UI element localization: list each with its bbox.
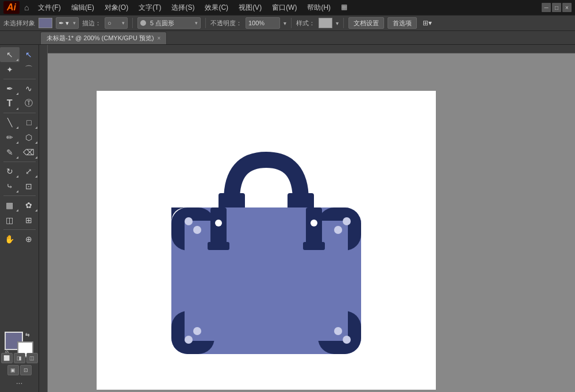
- swap-colors-icon[interactable]: ⇆: [25, 332, 33, 340]
- style-swatch[interactable]: [319, 18, 332, 28]
- menu-select[interactable]: 选择(S): [167, 2, 199, 14]
- line-subtool-indicator: [16, 126, 18, 129]
- brush-dropdown[interactable]: ✒ ▾: [56, 17, 79, 29]
- brush-size-label: 5 点圆形: [150, 19, 174, 28]
- warp-icon: ⤷: [6, 182, 13, 191]
- tool-row-7: ✎ ⌫: [0, 145, 39, 160]
- home-icon[interactable]: ⌂: [24, 3, 29, 12]
- tool-row-10: ▦ ✿: [0, 198, 39, 213]
- pen-tool[interactable]: ✒: [0, 81, 20, 96]
- left-toolbar: ↖ ↖ ✦ ⌒ ✒ ∿ T: [0, 45, 39, 392]
- zoom-tool[interactable]: ⊕: [20, 232, 39, 247]
- canvas-area[interactable]: [39, 45, 575, 392]
- mesh-tool[interactable]: ⊞: [20, 213, 39, 228]
- stroke-dropdown[interactable]: ○: [105, 17, 128, 29]
- svg-point-19: [193, 327, 201, 335]
- shaper-icon: ⬡: [25, 133, 32, 142]
- rotate-icon: ↻: [6, 167, 13, 176]
- shaper-tool[interactable]: ⬡: [20, 130, 39, 145]
- doc-setup-button[interactable]: 文档设置: [348, 17, 384, 29]
- menu-text[interactable]: 文字(T): [134, 2, 166, 14]
- direct-selection-tool[interactable]: ↖: [20, 47, 39, 62]
- mesh-icon: ⊞: [25, 216, 32, 225]
- pencil-tool[interactable]: ✎: [0, 145, 20, 160]
- symbol-subtool-indicator: [35, 209, 37, 212]
- opacity-input[interactable]: [246, 17, 280, 29]
- luggage-svg: [99, 102, 433, 378]
- separator3: [291, 18, 292, 28]
- app-logo: Ai: [3, 1, 20, 14]
- opacity-arrow: ▾: [283, 20, 286, 26]
- brush-size-dropdown[interactable]: 5 点圆形: [137, 17, 201, 29]
- type-tool[interactable]: T: [0, 96, 20, 111]
- document-tab[interactable]: 未标题-1* @ 200% (CMYK/GPU 预览) ×: [40, 32, 167, 44]
- eraser-tool[interactable]: ⌫: [20, 145, 39, 160]
- line-tool[interactable]: ╲: [0, 115, 20, 130]
- menu-view[interactable]: 视图(V): [234, 2, 266, 14]
- paintbrush-icon: ✏: [6, 133, 13, 142]
- free-transform-tool[interactable]: ⊡: [20, 179, 39, 194]
- touch-type-tool[interactable]: Ⓣ: [20, 96, 39, 111]
- gradient-tool[interactable]: ◫: [0, 213, 20, 228]
- graph-icon: ▦: [6, 201, 13, 210]
- window-controls: ─ □ ×: [542, 3, 572, 12]
- tools-extra: ⬜ ◨ ◫ ▣ ⊡ ···: [1, 353, 38, 387]
- tab-bar: 未标题-1* @ 200% (CMYK/GPU 预览) ×: [0, 31, 575, 45]
- curvature-tool[interactable]: ∿: [20, 81, 39, 96]
- tool-row-4: T Ⓣ: [0, 96, 39, 111]
- eraser-icon: ⌫: [23, 148, 34, 157]
- separator1: [132, 18, 133, 28]
- warp-tool[interactable]: ⤷: [0, 179, 20, 194]
- scale-tool[interactable]: ⤢: [20, 164, 39, 179]
- tab-close-button[interactable]: ×: [158, 35, 161, 41]
- stroke-none-icon[interactable]: ⬜: [1, 353, 13, 363]
- curvature-icon: ∿: [25, 84, 32, 93]
- minimize-button[interactable]: ─: [542, 3, 551, 12]
- ruler-vertical: [39, 45, 48, 392]
- menu-effect[interactable]: 效果(C): [200, 2, 233, 14]
- fill-color-swatch[interactable]: [39, 18, 52, 28]
- artboard-icon[interactable]: ▣: [7, 365, 19, 375]
- menu-help[interactable]: 帮助(H): [302, 2, 335, 14]
- graph-tool[interactable]: ▦: [0, 198, 20, 213]
- screen-mode-icon[interactable]: ⊡: [20, 365, 32, 375]
- symbol-sprayer-tool[interactable]: ✿: [20, 198, 39, 213]
- rotate-subtool-indicator: [16, 175, 18, 178]
- gradient-extra-icon[interactable]: ◨: [14, 353, 25, 363]
- selection-tool[interactable]: ↖: [0, 47, 20, 62]
- rectangle-tool[interactable]: □: [20, 115, 39, 130]
- grid-icon[interactable]: ▦: [336, 2, 352, 14]
- hand-tool[interactable]: ✋: [0, 232, 20, 247]
- svg-rect-12: [208, 242, 229, 250]
- tool-row-6: ✏ ⬡: [0, 130, 39, 145]
- shaper-subtool-indicator: [35, 141, 37, 144]
- lasso-tool[interactable]: ⌒: [20, 62, 39, 77]
- rotate-tool[interactable]: ↻: [0, 164, 20, 179]
- zoom-icon: ⊕: [25, 235, 32, 244]
- menu-window[interactable]: 窗口(W): [267, 2, 301, 14]
- arrange-icon[interactable]: ⊞▾: [423, 19, 432, 27]
- svg-point-20: [185, 336, 193, 344]
- maximize-button[interactable]: □: [552, 3, 561, 12]
- menu-object[interactable]: 对象(O): [100, 2, 133, 14]
- extra-row-2: ▣ ⊡: [7, 365, 32, 375]
- magic-wand-tool[interactable]: ✦: [0, 62, 20, 77]
- tool-row-1: ↖ ↖: [0, 47, 39, 62]
- luggage-illustration: [97, 91, 436, 390]
- style-arrow: ▾: [336, 20, 339, 26]
- pattern-icon[interactable]: ◫: [26, 353, 38, 363]
- svg-point-23: [215, 220, 222, 226]
- svg-rect-14: [303, 242, 325, 250]
- paintbrush-tool[interactable]: ✏: [0, 130, 20, 145]
- tool-row-11: ◫ ⊞: [0, 213, 39, 228]
- title-bar: Ai ⌂ 文件(F) 编辑(E) 对象(O) 文字(T) 选择(S) 效果(C)…: [0, 0, 575, 15]
- menu-edit[interactable]: 编辑(E): [67, 2, 99, 14]
- svg-point-16: [185, 217, 193, 225]
- opacity-label: 不透明度：: [210, 19, 242, 28]
- stroke-label: 描边：: [82, 19, 101, 28]
- menu-file[interactable]: 文件(F): [33, 2, 65, 14]
- close-button[interactable]: ×: [562, 3, 572, 12]
- more-tools-button[interactable]: ···: [16, 378, 23, 387]
- graph-subtool-indicator: [16, 209, 18, 212]
- preferences-button[interactable]: 首选项: [388, 17, 417, 29]
